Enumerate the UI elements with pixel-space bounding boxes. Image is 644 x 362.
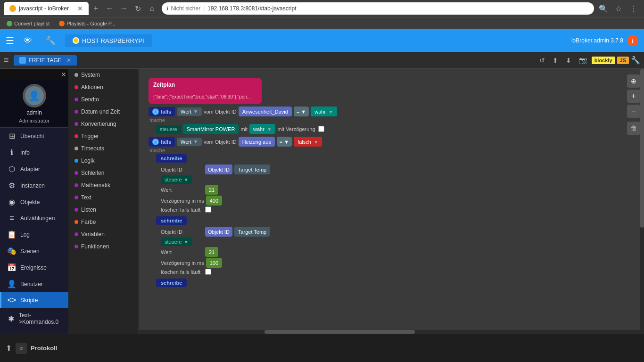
schreibe2-block[interactable]: schreibe: [156, 216, 187, 225]
wahr-block[interactable]: wahr ▼: [249, 124, 275, 134]
sidebar-item-hosts[interactable]: 💻 Hosts: [0, 329, 68, 334]
sidebar-toggle-icon[interactable]: ☰: [6, 35, 14, 46]
sidebar-item-ereignisse[interactable]: 📅 Ereignisse: [0, 259, 68, 276]
home-button[interactable]: ⌂: [146, 2, 159, 15]
verz-val1-block[interactable]: 400: [206, 196, 222, 206]
schreibe1-block[interactable]: schreibe: [156, 154, 187, 163]
eye-button[interactable]: 👁: [20, 34, 36, 48]
target-temp-id1[interactable]: Objekt ID: [205, 165, 232, 174]
active-tab[interactable]: javascript - ioBroker ✕: [4, 2, 89, 15]
new-tab-button[interactable]: +: [91, 4, 100, 14]
steuere1-dropdown-block[interactable]: steuere ▼: [161, 175, 192, 184]
target-temp1-block[interactable]: Target Temp: [234, 165, 270, 174]
tab-close-button[interactable]: ✕: [77, 5, 83, 12]
log-icon-btn[interactable]: ≡: [16, 343, 27, 354]
browser-menu-button[interactable]: ⋮: [627, 2, 640, 15]
bookmark-playlists-google[interactable]: Playlists - Google P...: [56, 20, 118, 27]
script-tab-close[interactable]: ✕: [66, 57, 71, 64]
wrench-button[interactable]: 🔧: [41, 33, 59, 48]
app-info-icon[interactable]: i: [627, 35, 638, 46]
falls2-block[interactable]: ◯ falls: [149, 137, 175, 147]
script-category-datum-zeit[interactable]: Datum und Zeit: [68, 106, 139, 118]
script-category-logik[interactable]: Logik: [68, 155, 139, 167]
steuere1-block[interactable]: steuere: [156, 125, 181, 133]
equals-op2-block[interactable]: = ▼: [277, 137, 292, 147]
tab-menu-icon[interactable]: ≡: [4, 55, 9, 65]
sidebar-item-instanzen[interactable]: ⚙ Instanzen: [0, 177, 68, 194]
vom-objekt-id2: vom Objekt ID: [204, 139, 237, 145]
sidebar-item-text-kommandos[interactable]: ✱ Text->Kommandos.0: [0, 308, 68, 329]
sidebar-item-benutzer[interactable]: 👤 Benutzer: [0, 276, 68, 292]
forward-button[interactable]: →: [117, 2, 131, 15]
sidebar-close-btn[interactable]: ✕: [61, 71, 66, 78]
back-button[interactable]: ←: [103, 2, 116, 15]
script-category-variablen[interactable]: Variablen: [68, 228, 139, 240]
zeitplan-code-block[interactable]: {"time":{"exactTime":true,"start":"06:30…: [149, 91, 262, 104]
zoom-fit-btn[interactable]: ⊕: [627, 74, 640, 88]
refresh-button[interactable]: ↻: [132, 2, 145, 15]
topbar-right: ioBroker.admin 3.7.8 i: [571, 35, 638, 46]
search-button[interactable]: 🔍: [597, 2, 610, 15]
sidebar-item-info[interactable]: ℹ Info: [0, 144, 68, 161]
zoom-out-btn[interactable]: −: [627, 105, 640, 118]
script-category-funktionen[interactable]: Funktionen: [68, 240, 139, 253]
sidebar-item-ubersicht[interactable]: ⊞ Übersicht: [0, 128, 68, 144]
bookmark-button[interactable]: ☆: [612, 2, 625, 15]
tab-import-btn[interactable]: ⬇: [563, 56, 574, 65]
zoom-in-btn[interactable]: +: [627, 90, 640, 103]
host-button[interactable]: HOST RASPBERRYPI: [65, 34, 152, 47]
sidebar-item-objekte[interactable]: ◉ Objekte: [0, 194, 68, 210]
sidebar-item-adapter[interactable]: ⬡ Adapter: [0, 161, 68, 177]
zeitplan-header[interactable]: Zeitplan: [149, 78, 262, 91]
user-panel: 👤 admin Administrator: [0, 80, 68, 128]
trash-btn[interactable]: 🗑: [627, 122, 640, 135]
smartmirror-block[interactable]: SmartMirror POWER: [183, 124, 239, 134]
false-val-block[interactable]: falsch ▼: [294, 137, 322, 147]
aufzahlungen-label: Aufzählungen: [20, 215, 55, 222]
wert1-block[interactable]: Wert ▼: [177, 107, 202, 116]
scrollbar-thumb-right[interactable]: [640, 69, 644, 228]
schreibe3-block[interactable]: schreibe: [156, 279, 187, 287]
loeschen2-checkbox[interactable]: [205, 269, 211, 275]
funktionen-dot: [74, 245, 78, 248]
script-category-konvertierung[interactable]: Konvertierung: [68, 118, 139, 130]
tab-screenshot-btn[interactable]: 📷: [576, 56, 590, 65]
script-category-listen[interactable]: Listen: [68, 204, 139, 216]
target-temp-id2[interactable]: Objekt ID: [205, 227, 232, 237]
script-category-aktionen[interactable]: Aktionen: [68, 81, 139, 93]
target-temp2-block[interactable]: Target Temp: [234, 227, 270, 237]
steuere2-dropdown-block[interactable]: steuere ▼: [161, 238, 192, 246]
sidebar-item-skripte[interactable]: <> Skripte: [0, 292, 68, 308]
objekt-id2-block[interactable]: Heizung aus: [239, 137, 275, 147]
sidebar-item-aufzahlungen[interactable]: ≡ Aufzählungen: [0, 210, 68, 226]
equals-op1-block[interactable]: = ▼: [294, 107, 309, 116]
panel-expand-icon[interactable]: ⬆: [6, 344, 12, 353]
script-category-mathematik[interactable]: Mathematik: [68, 179, 139, 191]
mit-verz-checkbox[interactable]: [318, 126, 324, 132]
blockly-workspace[interactable]: Zeitplan {"time":{"exactTime":true,"star…: [139, 69, 644, 334]
objekt-id1-block[interactable]: Anwesenheit_David: [239, 107, 292, 116]
verz-val2-block[interactable]: 100: [206, 258, 222, 268]
sidebar-item-log[interactable]: 📋 Log: [0, 226, 68, 243]
tab-refresh-btn[interactable]: ↺: [537, 56, 548, 65]
tab-export-btn[interactable]: ⬆: [550, 56, 561, 65]
script-category-timeouts[interactable]: Timeouts: [68, 142, 139, 155]
tab-settings-btn[interactable]: 🔧: [631, 56, 640, 65]
bookmark-convert-playlist[interactable]: Convert playlist: [4, 20, 52, 27]
loeschen1-checkbox[interactable]: [205, 206, 211, 213]
scrollbar-thumb-bottom[interactable]: [264, 330, 415, 334]
falls1-block[interactable]: ◯ falls: [149, 107, 175, 116]
active-script-tab[interactable]: FREIE TAGE ✕: [14, 55, 77, 66]
script-category-schleifen[interactable]: Schleifen: [68, 167, 139, 179]
wert-val1-block[interactable]: 21: [205, 185, 218, 195]
script-category-system[interactable]: System: [68, 69, 139, 81]
script-category-text[interactable]: Text: [68, 191, 139, 204]
script-category-trigger[interactable]: Trigger: [68, 130, 139, 142]
script-category-farbe[interactable]: Farbe: [68, 216, 139, 228]
true-val1-block[interactable]: wahr ▼: [311, 107, 337, 116]
sidebar-item-szenen[interactable]: 🎭 Szenen: [0, 243, 68, 259]
wert-val2-block[interactable]: 21: [205, 247, 218, 257]
address-bar[interactable]: ℹ Nicht sicher | 192.168.178.3:8081/#tab…: [162, 2, 594, 15]
wert2-block[interactable]: Wert ▼: [177, 138, 202, 146]
script-category-sendto[interactable]: Sendto: [68, 93, 139, 106]
